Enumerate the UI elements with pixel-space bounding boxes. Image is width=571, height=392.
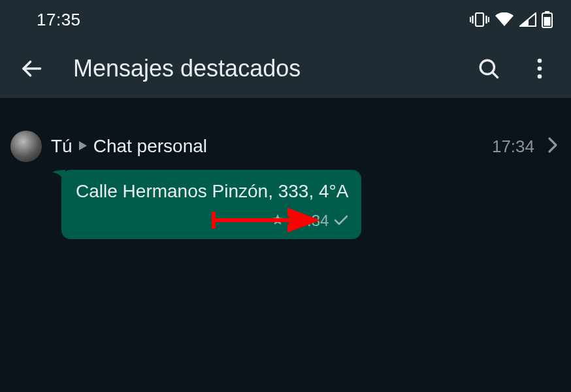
search-icon [478,57,500,80]
svg-point-12 [538,67,542,71]
battery-icon [542,11,553,28]
app-bar: Mensajes destacados [0,39,571,98]
sender-name: Tú [51,136,73,157]
vibrate-icon [470,12,489,27]
bubble-tail [52,170,65,186]
sender-block: Tú Chat personal [51,136,483,157]
starred-list: Tú Chat personal 17:34 Calle Hermanos Pi… [0,124,571,239]
item-time: 17:34 [492,137,534,157]
message-bubble[interactable]: Calle Hermanos Pinzón, 333, 4°A 17:34 [61,170,361,239]
message-text: Calle Hermanos Pinzón, 333, 4°A [76,179,348,204]
star-icon [271,210,284,231]
svg-point-13 [538,74,542,79]
svg-line-10 [493,73,498,78]
avatar [10,131,42,162]
item-header: Tú Chat personal 17:34 [8,127,563,170]
starred-item[interactable]: Tú Chat personal 17:34 Calle Hermanos Pi… [8,127,563,239]
bubble-row: Calle Hermanos Pinzón, 333, 4°A 17:34 [8,170,563,239]
back-button[interactable] [16,53,47,84]
svg-rect-0 [476,13,483,26]
svg-point-11 [538,59,542,63]
status-time: 17:35 [37,10,81,30]
chevron-right-icon [547,137,558,156]
more-button[interactable] [524,53,555,84]
more-vert-icon [537,58,542,79]
check-icon [334,210,348,231]
message-time: 17:34 [289,210,329,231]
page-title: Mensajes destacados [73,55,453,82]
wifi-icon [495,12,514,27]
chat-name: Chat personal [93,136,207,157]
triangle-right-icon [79,140,87,154]
status-bar: 17:35 [0,0,571,39]
message-meta: 17:34 [76,210,348,231]
arrow-left-icon [20,57,43,80]
signal-icon [519,12,536,27]
status-icons [470,11,553,28]
svg-rect-7 [544,17,551,26]
search-button[interactable] [473,53,504,84]
